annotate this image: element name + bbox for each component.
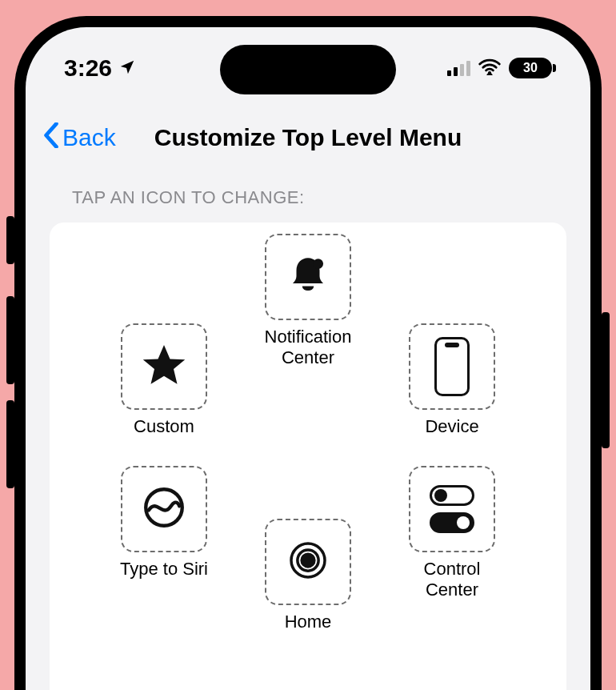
phone-side-button	[6, 296, 14, 384]
back-label: Back	[62, 124, 116, 151]
content: TAP AN ICON TO CHANGE: Notification Cent…	[50, 187, 566, 690]
phone-device-icon	[434, 337, 470, 396]
slot-notification-center[interactable]: Notification Center	[256, 234, 360, 369]
slot-control-center[interactable]: Control Center	[400, 466, 504, 601]
page-title: Customize Top Level Menu	[45, 124, 571, 151]
home-button-icon	[286, 538, 330, 586]
phone-side-button	[6, 216, 14, 264]
slot-type-to-siri[interactable]: Type to Siri	[112, 466, 216, 580]
notification-bell-icon	[285, 252, 331, 302]
slot-box	[121, 466, 207, 552]
svg-point-0	[488, 71, 491, 74]
svg-point-1	[313, 259, 323, 269]
slot-label: Control Center	[400, 559, 504, 601]
location-arrow-icon	[118, 54, 136, 82]
slot-label: Notification Center	[256, 327, 360, 369]
back-button[interactable]: Back	[43, 122, 116, 153]
slot-label: Home	[285, 612, 332, 632]
slot-label: Device	[425, 416, 478, 437]
star-icon	[140, 341, 188, 392]
slot-label: Type to Siri	[120, 559, 208, 580]
phone-frame: 3:26 30	[14, 16, 602, 690]
slot-device[interactable]: Device	[400, 323, 504, 437]
nav-bar: Back Customize Top Level Menu	[26, 114, 590, 162]
slot-label: Custom	[134, 416, 194, 437]
wifi-icon	[478, 58, 501, 78]
cellular-signal-icon	[447, 60, 470, 76]
chevron-left-icon	[43, 122, 59, 153]
slot-box	[265, 234, 351, 320]
slot-box	[121, 323, 207, 410]
battery-level: 30	[523, 61, 538, 75]
section-header: TAP AN ICON TO CHANGE:	[50, 187, 566, 208]
slot-custom[interactable]: Custom	[112, 323, 216, 437]
toggles-icon	[430, 485, 474, 533]
slot-box	[409, 466, 495, 552]
screen: 3:26 30	[26, 27, 590, 690]
battery-indicator: 30	[509, 58, 552, 78]
status-time: 3:26	[64, 54, 112, 82]
status-right: 30	[447, 58, 552, 78]
slot-box	[265, 519, 351, 605]
icon-grid: Notification Center Custom	[50, 223, 566, 690]
siri-icon	[142, 485, 186, 533]
slot-box	[409, 323, 495, 410]
status-bar: 3:26 30	[26, 48, 590, 88]
phone-side-button	[602, 312, 610, 448]
status-left: 3:26	[64, 54, 136, 82]
phone-side-button	[6, 400, 14, 488]
slot-home[interactable]: Home	[256, 519, 360, 632]
